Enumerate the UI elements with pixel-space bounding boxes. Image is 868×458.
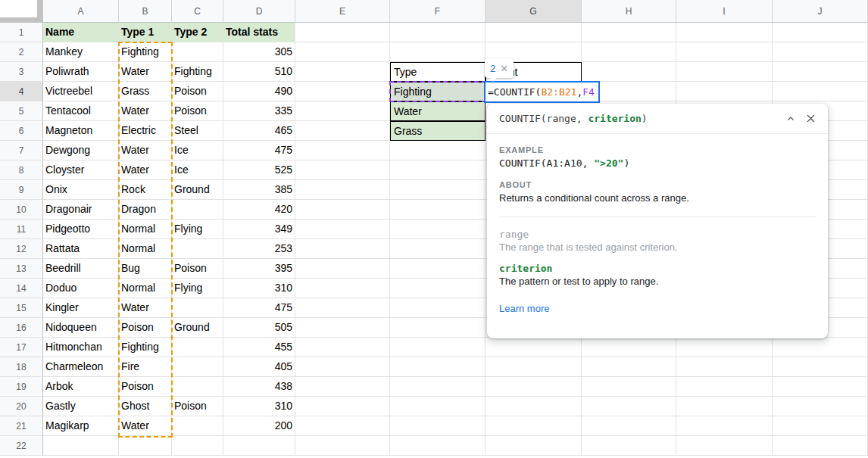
cell-B16[interactable]: Poison bbox=[119, 318, 172, 338]
cell-D12[interactable]: 253 bbox=[223, 239, 295, 259]
cell-E21[interactable] bbox=[295, 416, 390, 436]
cell-G22[interactable] bbox=[486, 436, 582, 456]
row-header-19[interactable]: 19 bbox=[0, 377, 43, 397]
cell-C21[interactable] bbox=[172, 416, 223, 436]
cell-B4[interactable]: Grass bbox=[119, 82, 172, 101]
cell-A22[interactable] bbox=[43, 436, 119, 456]
cell-I22[interactable] bbox=[676, 436, 773, 456]
column-header-H[interactable]: H bbox=[582, 0, 676, 23]
select-all-corner[interactable] bbox=[0, 0, 43, 23]
cell-E5[interactable] bbox=[295, 101, 390, 121]
cell-H18[interactable] bbox=[582, 357, 676, 377]
cell-F14[interactable] bbox=[390, 279, 486, 298]
cell-A18[interactable]: Charmeleon bbox=[43, 357, 119, 377]
cell-D20[interactable]: 310 bbox=[223, 397, 295, 416]
column-header-I[interactable]: I bbox=[676, 0, 773, 23]
cell-C4[interactable]: Poison bbox=[172, 82, 223, 101]
cell-D1[interactable]: Total stats bbox=[223, 23, 295, 42]
cell-F18[interactable] bbox=[390, 357, 486, 377]
cell-B8[interactable]: Water bbox=[119, 160, 172, 180]
cell-I17[interactable] bbox=[676, 338, 773, 357]
cell-E19[interactable] bbox=[295, 377, 390, 397]
cell-B9[interactable]: Rock bbox=[119, 180, 172, 200]
cell-A21[interactable]: Magikarp bbox=[43, 416, 119, 436]
collapse-chevron-icon[interactable] bbox=[781, 109, 801, 129]
cell-I3[interactable] bbox=[676, 62, 773, 82]
close-icon[interactable] bbox=[801, 109, 820, 129]
cell-D8[interactable]: 525 bbox=[223, 160, 295, 180]
cell-D15[interactable]: 475 bbox=[223, 298, 295, 318]
cell-B1[interactable]: Type 1 bbox=[119, 23, 172, 42]
row-header-15[interactable]: 15 bbox=[0, 298, 43, 318]
cell-C3[interactable]: Fighting bbox=[172, 62, 223, 82]
cell-C9[interactable]: Ground bbox=[172, 180, 223, 200]
cell-D4[interactable]: 490 bbox=[223, 82, 295, 101]
cell-E20[interactable] bbox=[295, 397, 390, 416]
cell-D16[interactable]: 505 bbox=[223, 318, 295, 338]
cell-A3[interactable]: Poliwrath bbox=[43, 62, 119, 82]
cell-E10[interactable] bbox=[295, 200, 390, 220]
cell-A8[interactable]: Cloyster bbox=[43, 160, 119, 180]
cell-H20[interactable] bbox=[582, 397, 676, 416]
row-header-21[interactable]: 21 bbox=[0, 416, 43, 436]
cell-F3-type-header[interactable]: Type bbox=[390, 62, 486, 82]
cell-A15[interactable]: Kingler bbox=[43, 298, 119, 318]
cell-A20[interactable]: Gastly bbox=[43, 397, 119, 416]
cell-E15[interactable] bbox=[295, 298, 390, 318]
column-header-D[interactable]: D bbox=[223, 0, 295, 23]
cell-G1[interactable] bbox=[486, 23, 582, 42]
cell-A10[interactable]: Dragonair bbox=[43, 200, 119, 220]
cell-J3[interactable] bbox=[773, 62, 868, 82]
cell-H1[interactable] bbox=[582, 23, 676, 42]
cell-F1[interactable] bbox=[390, 23, 486, 42]
cell-B19[interactable]: Poison bbox=[119, 377, 172, 397]
row-header-1[interactable]: 1 bbox=[0, 23, 43, 42]
cell-D5[interactable]: 335 bbox=[223, 101, 295, 121]
cell-J17[interactable] bbox=[773, 338, 868, 357]
row-header-14[interactable]: 14 bbox=[0, 279, 43, 298]
cell-B7[interactable]: Water bbox=[119, 141, 172, 160]
cell-F7[interactable] bbox=[390, 141, 486, 160]
cell-D19[interactable]: 438 bbox=[223, 377, 295, 397]
cell-C22[interactable] bbox=[172, 436, 223, 456]
cell-J4[interactable] bbox=[773, 82, 868, 101]
cell-B2[interactable]: Fighting bbox=[119, 42, 172, 62]
cell-G20[interactable] bbox=[486, 397, 582, 416]
cell-J22[interactable] bbox=[773, 436, 868, 456]
cell-F13[interactable] bbox=[390, 259, 486, 279]
cell-F16[interactable] bbox=[390, 318, 486, 338]
cell-F19[interactable] bbox=[390, 377, 486, 397]
column-header-A[interactable]: A bbox=[43, 0, 119, 23]
cell-H21[interactable] bbox=[582, 416, 676, 436]
cell-C10[interactable] bbox=[172, 200, 223, 220]
cell-E16[interactable] bbox=[295, 318, 390, 338]
cell-D3[interactable]: 510 bbox=[223, 62, 295, 82]
row-header-22[interactable]: 22 bbox=[0, 436, 43, 456]
cell-E14[interactable] bbox=[295, 279, 390, 298]
cell-C1[interactable]: Type 2 bbox=[172, 23, 223, 42]
cell-E6[interactable] bbox=[295, 121, 390, 141]
cell-C14[interactable]: Flying bbox=[172, 279, 223, 298]
cell-J19[interactable] bbox=[773, 377, 868, 397]
cell-A16[interactable]: Nidoqueen bbox=[43, 318, 119, 338]
cell-H3[interactable] bbox=[582, 62, 676, 82]
cell-A7[interactable]: Dewgong bbox=[43, 141, 119, 160]
row-header-2[interactable]: 2 bbox=[0, 42, 43, 62]
cell-B5[interactable]: Water bbox=[119, 101, 172, 121]
cell-J20[interactable] bbox=[773, 397, 868, 416]
row-header-12[interactable]: 12 bbox=[0, 239, 43, 259]
cell-I20[interactable] bbox=[676, 397, 773, 416]
cell-G21[interactable] bbox=[486, 416, 582, 436]
cell-C19[interactable] bbox=[172, 377, 223, 397]
cell-C7[interactable]: Ice bbox=[172, 141, 223, 160]
row-header-10[interactable]: 10 bbox=[0, 200, 43, 220]
cell-I1[interactable] bbox=[676, 23, 773, 42]
cell-E17[interactable] bbox=[295, 338, 390, 357]
cell-C11[interactable]: Flying bbox=[172, 220, 223, 239]
cell-A2[interactable]: Mankey bbox=[43, 42, 119, 62]
cell-C2[interactable] bbox=[172, 42, 223, 62]
cell-D22[interactable] bbox=[223, 436, 295, 456]
cell-E22[interactable] bbox=[295, 436, 390, 456]
cell-F15[interactable] bbox=[390, 298, 486, 318]
cell-D13[interactable]: 395 bbox=[223, 259, 295, 279]
